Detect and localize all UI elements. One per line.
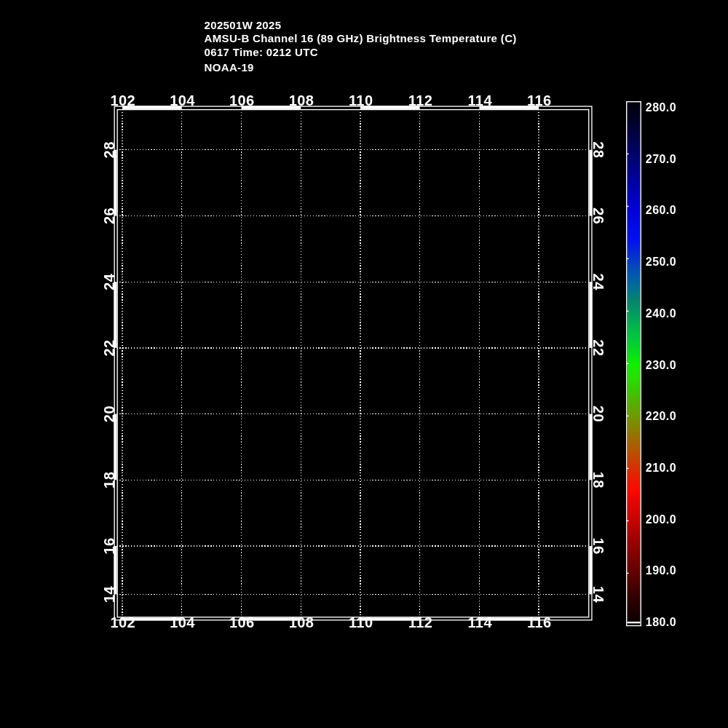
svg-text:112: 112 (408, 92, 433, 108)
svg-text:0617 Time: 0212 UTC: 0617 Time: 0212 UTC (205, 46, 318, 58)
svg-text:104: 104 (170, 614, 195, 630)
svg-text:114: 114 (467, 614, 492, 630)
svg-text:116: 116 (527, 92, 552, 108)
svg-text:22: 22 (590, 339, 606, 356)
svg-text:210.0: 210.0 (646, 462, 676, 474)
svg-text:16: 16 (101, 537, 117, 554)
svg-text:270.0: 270.0 (646, 153, 676, 165)
svg-text:108: 108 (289, 614, 314, 630)
svg-text:108: 108 (289, 92, 314, 108)
svg-text:22: 22 (101, 339, 117, 356)
svg-text:240.0: 240.0 (646, 307, 676, 320)
svg-text:AMSU-B Channel 16 (89 GHz) Bri: AMSU-B Channel 16 (89 GHz) Brightness Te… (205, 32, 517, 44)
svg-text:114: 114 (467, 92, 492, 108)
svg-text:260.0: 260.0 (646, 204, 676, 216)
svg-text:106: 106 (229, 92, 255, 108)
svg-text:110: 110 (349, 614, 373, 630)
svg-text:24: 24 (590, 274, 606, 291)
svg-text:26: 26 (101, 207, 117, 224)
svg-text:200.0: 200.0 (646, 513, 676, 526)
svg-text:230.0: 230.0 (646, 359, 676, 371)
svg-text:14: 14 (101, 585, 117, 603)
svg-text:250.0: 250.0 (646, 256, 676, 268)
svg-text:112: 112 (408, 614, 433, 630)
svg-text:102: 102 (110, 92, 135, 108)
svg-text:26: 26 (590, 207, 606, 224)
svg-text:18: 18 (590, 472, 606, 488)
svg-text:110: 110 (349, 92, 373, 108)
svg-text:202501W 2025: 202501W 2025 (205, 19, 282, 31)
svg-text:116: 116 (527, 614, 552, 630)
svg-text:106: 106 (229, 614, 255, 630)
svg-text:190.0: 190.0 (646, 564, 676, 577)
svg-text:NOAA-19: NOAA-19 (205, 61, 254, 74)
svg-text:28: 28 (101, 141, 117, 158)
svg-text:180.0: 180.0 (646, 616, 676, 628)
svg-text:18: 18 (101, 472, 117, 488)
svg-text:280.0: 280.0 (646, 101, 676, 114)
svg-text:16: 16 (590, 537, 606, 554)
svg-text:104: 104 (170, 92, 195, 108)
svg-text:20: 20 (101, 405, 117, 422)
svg-text:24: 24 (101, 273, 117, 290)
svg-text:14: 14 (590, 586, 606, 604)
svg-text:28: 28 (590, 141, 606, 158)
svg-text:20: 20 (590, 405, 606, 422)
svg-text:102: 102 (110, 614, 135, 630)
svg-text:220.0: 220.0 (646, 410, 676, 422)
